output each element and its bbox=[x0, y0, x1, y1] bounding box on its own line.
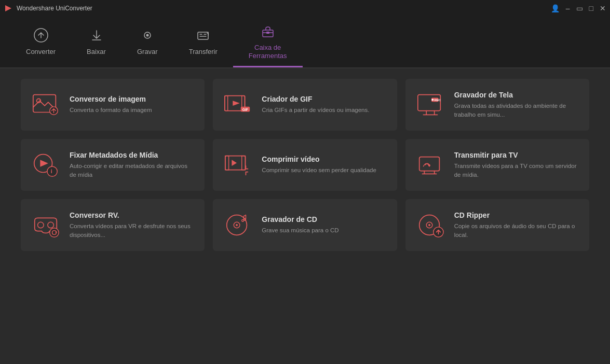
fixar-metadados-icon: i bbox=[30, 149, 61, 180]
svg-point-31 bbox=[48, 222, 54, 228]
gravador-tela-desc: Grava todas as atividades do ambiente de… bbox=[454, 102, 580, 118]
cd-ripper-icon bbox=[415, 209, 446, 241]
svg-text:GIF: GIF bbox=[242, 108, 248, 111]
tool-card-conversor-imagem[interactable]: Conversor de imagem Converta o formato d… bbox=[21, 79, 205, 131]
svg-point-30 bbox=[38, 222, 44, 228]
comprimir-video-info: Comprimir vídeo Comprimir seu vídeo sem … bbox=[262, 155, 387, 174]
svg-point-39 bbox=[428, 224, 430, 226]
transmitir-tv-name: Transmitir para TV bbox=[454, 151, 580, 159]
tool-card-comprimir-video[interactable]: Comprimir vídeo Comprimir seu vídeo sem … bbox=[213, 139, 397, 191]
nav-label-caixa-ferramentas: Caixa deFerramentas bbox=[249, 44, 287, 60]
tool-card-criador-gif[interactable]: GIF Criador de GIF Cria GIFs a partir de… bbox=[213, 79, 397, 131]
nav-label-transferir: Transferir bbox=[189, 48, 218, 56]
transmitir-tv-icon bbox=[415, 149, 446, 180]
comprimir-video-desc: Comprimir seu vídeo sem perder qualidade bbox=[262, 166, 387, 174]
nav-item-caixa-ferramentas[interactable]: Caixa deFerramentas bbox=[233, 17, 303, 67]
nav-item-gravar[interactable]: Gravar bbox=[121, 17, 173, 67]
tool-card-conversor-rv[interactable]: Conversor RV. Converta vídeos para VR e … bbox=[21, 199, 205, 251]
nav-item-transferir[interactable]: Transferir bbox=[173, 17, 233, 67]
svg-marker-27 bbox=[232, 160, 237, 166]
svg-rect-16 bbox=[417, 95, 440, 111]
comprimir-video-name: Comprimir vídeo bbox=[262, 155, 387, 163]
criador-gif-icon: GIF bbox=[222, 89, 253, 120]
svg-rect-28 bbox=[419, 157, 439, 171]
restore-icon[interactable]: ▭ bbox=[576, 5, 583, 12]
gravador-cd-desc: Grave sua música para o CD bbox=[262, 226, 387, 234]
conversor-rv-desc: Converta vídeos para VR e desfrute nos s… bbox=[70, 222, 195, 239]
svg-rect-26 bbox=[242, 156, 246, 170]
main-content: Conversor de imagem Converta o formato d… bbox=[0, 68, 610, 364]
converter-icon bbox=[34, 28, 48, 45]
criador-gif-desc: Cria GIFs a partir de vídeos ou imagens. bbox=[262, 106, 387, 114]
cd-ripper-desc: Copie os arquivos de áudio do seu CD par… bbox=[454, 222, 580, 239]
tool-card-transmitir-tv[interactable]: Transmitir para TV Transmite vídeos para… bbox=[405, 139, 589, 191]
titlebar-left: Wondershare UniConverter bbox=[4, 4, 92, 12]
fixar-metadados-info: Fixar Metadados de Mídia Auto-corrigir e… bbox=[70, 151, 195, 178]
cd-ripper-name: CD Ripper bbox=[454, 211, 580, 219]
gravar-icon bbox=[140, 28, 155, 45]
nav-item-converter[interactable]: Converter bbox=[10, 17, 71, 67]
tool-card-gravador-cd[interactable]: Gravador de CD Grave sua música para o C… bbox=[213, 199, 397, 251]
cd-ripper-info: CD Ripper Copie os arquivos de áudio do … bbox=[454, 211, 580, 239]
app-icon bbox=[4, 4, 12, 12]
conversor-imagem-info: Conversor de imagem Converta o formato d… bbox=[70, 95, 195, 114]
svg-marker-21 bbox=[40, 160, 48, 167]
navbar: Converter Baixar Gravar bbox=[0, 17, 610, 68]
nav-item-baixar[interactable]: Baixar bbox=[71, 17, 121, 67]
svg-point-18 bbox=[431, 99, 433, 101]
fixar-metadados-name: Fixar Metadados de Mídia bbox=[70, 151, 195, 159]
nav-label-gravar: Gravar bbox=[137, 48, 158, 56]
svg-rect-25 bbox=[225, 156, 229, 170]
svg-rect-4 bbox=[198, 32, 208, 39]
svg-point-29 bbox=[428, 164, 430, 166]
tool-card-fixar-metadados[interactable]: i Fixar Metadados de Mídia Auto-corrigir… bbox=[21, 139, 205, 191]
transferir-icon bbox=[196, 28, 210, 45]
tools-grid: Conversor de imagem Converta o formato d… bbox=[21, 79, 589, 251]
conversor-imagem-name: Conversor de imagem bbox=[70, 95, 195, 103]
baixar-icon bbox=[89, 28, 104, 45]
titlebar-controls: 👤 – ▭ □ ✕ bbox=[551, 5, 606, 12]
svg-text:REC: REC bbox=[434, 99, 441, 102]
titlebar: Wondershare UniConverter 👤 – ▭ □ ✕ bbox=[0, 0, 610, 17]
svg-point-32 bbox=[50, 228, 59, 237]
svg-text:i: i bbox=[51, 168, 52, 174]
tool-card-gravador-tela[interactable]: REC Gravador de Tela Grava todas as ativ… bbox=[405, 79, 589, 131]
gravador-cd-icon bbox=[222, 209, 253, 241]
svg-point-36 bbox=[236, 224, 238, 226]
gravador-tela-name: Gravador de Tela bbox=[454, 91, 580, 99]
fixar-metadados-desc: Auto-corrigir e editar metadados de arqu… bbox=[70, 162, 195, 178]
app-title: Wondershare UniConverter bbox=[17, 5, 92, 12]
conversor-imagem-desc: Converta o formato da imagem bbox=[70, 106, 195, 114]
gravador-cd-name: Gravador de CD bbox=[262, 215, 387, 223]
conversor-rv-icon bbox=[30, 209, 61, 241]
maximize-icon[interactable]: □ bbox=[589, 5, 593, 12]
comprimir-video-icon bbox=[222, 149, 253, 180]
gravador-tela-info: Gravador de Tela Grava todas as atividad… bbox=[454, 91, 580, 118]
minimize-icon[interactable]: – bbox=[566, 5, 570, 12]
criador-gif-info: Criador de GIF Cria GIFs a partir de víd… bbox=[262, 95, 387, 114]
user-icon[interactable]: 👤 bbox=[551, 5, 560, 12]
criador-gif-name: Criador de GIF bbox=[262, 95, 387, 103]
close-icon[interactable]: ✕ bbox=[600, 5, 606, 12]
svg-point-3 bbox=[146, 34, 148, 37]
transmitir-tv-info: Transmitir para TV Transmite vídeos para… bbox=[454, 151, 580, 178]
tool-card-cd-ripper[interactable]: CD Ripper Copie os arquivos de áudio do … bbox=[405, 199, 589, 251]
transmitir-tv-desc: Transmite vídeos para a TV como um servi… bbox=[454, 162, 580, 178]
gravador-tela-icon: REC bbox=[415, 89, 446, 120]
gravador-cd-info: Gravador de CD Grave sua música para o C… bbox=[262, 215, 387, 234]
nav-label-baixar: Baixar bbox=[87, 48, 106, 56]
conversor-imagem-icon bbox=[30, 89, 61, 120]
conversor-rv-info: Conversor RV. Converta vídeos para VR e … bbox=[70, 211, 195, 239]
nav-label-converter: Converter bbox=[26, 48, 56, 56]
nav-items: Converter Baixar Gravar bbox=[10, 17, 303, 67]
caixa-ferramentas-icon bbox=[261, 24, 275, 40]
svg-marker-13 bbox=[233, 101, 240, 106]
conversor-rv-name: Conversor RV. bbox=[70, 211, 195, 219]
svg-rect-6 bbox=[266, 32, 269, 34]
svg-marker-0 bbox=[5, 5, 11, 11]
